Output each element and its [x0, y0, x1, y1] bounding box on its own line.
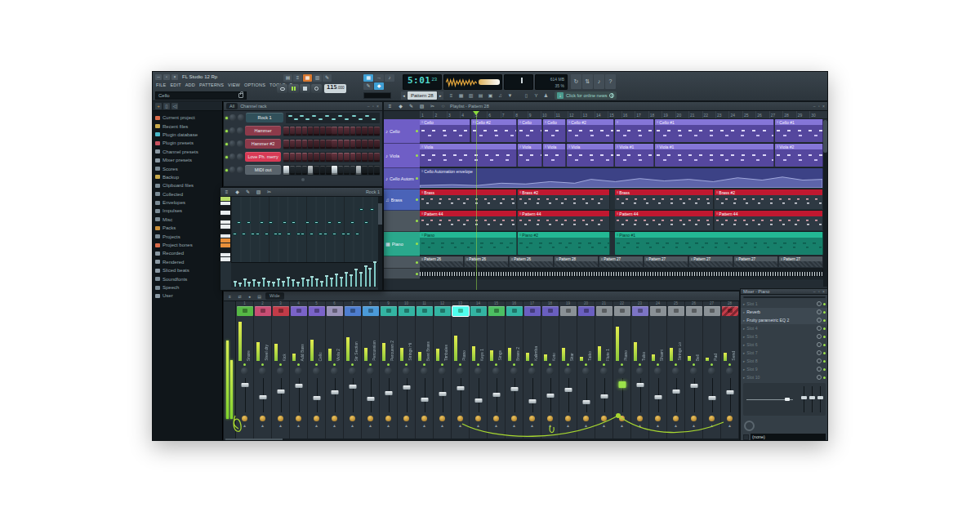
midi-note[interactable] — [256, 233, 260, 235]
browser-item[interactable]: Envelopes — [155, 198, 222, 207]
fader-handle[interactable] — [277, 390, 284, 394]
mixer-tab[interactable] — [363, 306, 379, 316]
fader-handle[interactable] — [457, 386, 464, 390]
loop-record-icon[interactable] — [277, 84, 287, 93]
fader-handle[interactable] — [492, 393, 500, 397]
step-cell[interactable] — [296, 166, 301, 175]
ruler-bar[interactable]: 10 — [541, 111, 554, 118]
strip-fader[interactable] — [613, 376, 630, 414]
step-cell[interactable] — [326, 127, 332, 136]
clip[interactable]: ≡Pattern 44 — [518, 211, 610, 230]
midi-note[interactable] — [350, 221, 354, 224]
fx-slot-led[interactable] — [823, 319, 826, 322]
strip-led[interactable] — [549, 363, 551, 366]
mixer-strip[interactable]: 17Kalimba▲ — [523, 301, 541, 441]
clip[interactable]: ≡Cello #2 — [471, 119, 517, 142]
fader-handle[interactable] — [421, 398, 428, 402]
mixer-tab[interactable] — [650, 306, 666, 316]
clip[interactable]: ≡ — [615, 119, 654, 142]
fx-slot-knob[interactable] — [817, 318, 822, 323]
toggle-playlist-icon[interactable]: ≡ — [447, 91, 456, 100]
track-mute-led[interactable] — [416, 154, 418, 157]
mixer-tab[interactable] — [345, 306, 361, 316]
mixer-tab[interactable] — [632, 306, 648, 316]
strip-led[interactable] — [621, 363, 623, 366]
velocity-bar[interactable] — [273, 283, 274, 287]
strip-stereo-knob[interactable] — [385, 416, 391, 421]
mixer-strip[interactable]: 2Steel dry▲ — [254, 301, 272, 441]
mixer-tab[interactable] — [722, 306, 738, 316]
ruler-bar[interactable]: 28 — [782, 111, 795, 118]
fx-slot-led[interactable] — [823, 311, 826, 314]
strip-route-arrow[interactable]: ▲ — [243, 423, 247, 428]
strip-route-arrow[interactable]: ▲ — [350, 423, 354, 428]
piano-roll-scrollbar[interactable] — [378, 197, 382, 290]
strip-route-arrow[interactable]: ▲ — [458, 423, 462, 428]
step-cell[interactable] — [344, 166, 350, 175]
step-cell[interactable] — [368, 127, 374, 136]
strip-fader[interactable] — [559, 376, 577, 414]
browser-item[interactable]: Plugin presets — [155, 139, 222, 147]
strip-route-arrow[interactable]: ▲ — [278, 423, 283, 428]
note-grid[interactable] — [231, 197, 382, 262]
clip[interactable]: ≡Cello Automation envelope — [420, 168, 823, 188]
midi-note[interactable] — [323, 233, 327, 235]
ruler-bar[interactable]: 15 — [608, 111, 621, 118]
browser-item[interactable]: Clipboard files — [155, 181, 222, 189]
ruler-bar[interactable]: 11 — [555, 111, 568, 118]
step-cell[interactable] — [283, 127, 289, 136]
fx-fader-3[interactable] — [820, 386, 821, 412]
step-cell[interactable] — [320, 140, 326, 149]
playlist-window-controls[interactable]: ‒ ▫ × — [813, 104, 826, 109]
strip-fader[interactable] — [344, 376, 361, 414]
step-cell[interactable] — [326, 166, 332, 175]
fader-handle[interactable] — [546, 394, 554, 398]
piano-roll-menu-icon[interactable]: ≡ — [223, 189, 230, 195]
mixer-strip[interactable]: 22Piano▲ — [613, 301, 631, 441]
track-lane[interactable]: ≡Cello≡Cello #2≡Cello≡Cello≡Cello #2≡≡Ce… — [420, 119, 828, 144]
pan-knob[interactable] — [229, 127, 236, 134]
search-field[interactable] — [155, 91, 247, 100]
step-cell[interactable] — [296, 140, 301, 149]
strip-pan-knob[interactable] — [421, 367, 428, 375]
midi-note[interactable] — [287, 233, 291, 235]
midi-note[interactable] — [314, 221, 318, 224]
mixer-view-selector[interactable]: Wide — [265, 292, 284, 300]
fx-footer-field[interactable]: (none) — [751, 434, 826, 440]
playlist-magnet-icon[interactable]: ◆ — [397, 103, 404, 109]
velocity-bar[interactable] — [341, 278, 342, 287]
strip-pan-knob[interactable] — [313, 367, 320, 375]
fx-slot[interactable]: ▸Slot 1 — [741, 300, 828, 308]
pan-knob[interactable] — [229, 154, 236, 160]
channel-button[interactable]: Rock 1 — [246, 113, 283, 122]
menu-item-file[interactable]: FILE — [156, 82, 166, 87]
strip-route-arrow[interactable]: ▲ — [548, 423, 552, 428]
strip-route-arrow[interactable]: ▲ — [332, 423, 336, 428]
step-cell[interactable] — [332, 166, 337, 175]
strip-pan-knob[interactable] — [582, 367, 590, 375]
step-cell[interactable] — [302, 140, 308, 149]
time-display[interactable]: 5:01 23 — [403, 74, 442, 90]
fx-fader-1[interactable] — [804, 386, 804, 412]
strip-pan-knob[interactable] — [349, 367, 356, 375]
channel-button[interactable]: MIDI out — [245, 165, 281, 175]
strip-pan-knob[interactable] — [241, 367, 248, 375]
strip-fader[interactable] — [649, 376, 666, 414]
mixer-dock-icon[interactable]: ▤ — [256, 293, 263, 300]
strip-route-arrow[interactable]: ▲ — [476, 423, 480, 428]
strip-led[interactable] — [333, 363, 336, 366]
fx-slot-knob[interactable] — [817, 301, 822, 306]
midi-note[interactable] — [233, 233, 237, 235]
fader-handle[interactable] — [726, 390, 733, 394]
step-cell[interactable] — [374, 166, 380, 175]
ruler-bar[interactable]: 24 — [728, 111, 742, 118]
step-cell[interactable] — [308, 153, 314, 162]
step-cell[interactable] — [356, 140, 362, 149]
strip-pan-knob[interactable] — [618, 367, 626, 375]
fader-handle[interactable] — [528, 399, 536, 403]
strip-fader[interactable] — [254, 376, 271, 414]
channel-mute-led[interactable] — [225, 117, 228, 119]
ruler-bar[interactable]: 6 — [487, 111, 500, 118]
step-cell[interactable] — [314, 140, 319, 149]
menu-item-view[interactable]: VIEW — [228, 82, 240, 87]
